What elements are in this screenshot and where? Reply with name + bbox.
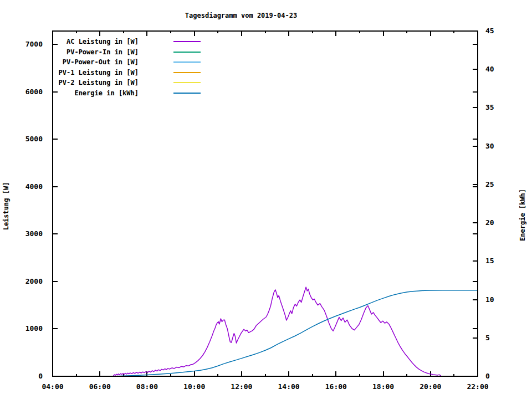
y-right-tick-label: 20 [485, 218, 494, 227]
y-right-tick-label: 30 [485, 142, 494, 150]
y-right-tick-label: 40 [485, 65, 494, 73]
series-line-ac-leistung-in-w [114, 287, 441, 376]
x-tick-label: 20:00 [420, 382, 441, 391]
x-tick-label: 10:00 [183, 382, 205, 391]
legend-label: PV-2 Leistung in [W] [59, 79, 139, 86]
x-tick-label: 14:00 [278, 382, 300, 391]
y-left-axis-label: Leistung [W] [2, 182, 10, 231]
x-tick-label: 06:00 [89, 382, 111, 391]
y-right-tick-label: 0 [485, 372, 490, 380]
y-right-tick-label: 10 [485, 295, 494, 304]
chart-title: Tagesdiagramm vom 2019-04-23 [185, 12, 297, 19]
series-line-energie-in-kwh [114, 290, 478, 376]
y-left-tick-label: 0 [38, 372, 43, 380]
y-left-tick-label: 1000 [25, 324, 43, 332]
legend-label: PV-1 Leistung in [W] [59, 69, 139, 76]
y-left-tick-label: 6000 [25, 88, 43, 96]
y-left-tick-label: 5000 [25, 135, 43, 143]
y-right-tick-label: 35 [485, 103, 494, 111]
x-tick-label: 22:00 [467, 382, 488, 391]
legend-item: PV-1 Leistung in [W] [59, 69, 201, 76]
legend-item: PV-Power-Out in [W] [63, 58, 201, 66]
y-left-tick-label: 3000 [25, 229, 43, 238]
x-tick-label: 04:00 [42, 382, 63, 391]
x-tick-label: 12:00 [231, 382, 252, 391]
legend-label: Energie in [kWh] [74, 89, 139, 97]
y-right-tick-label: 25 [485, 180, 494, 188]
y-left-tick-label: 4000 [25, 182, 43, 191]
y-right-tick-label: 15 [485, 257, 494, 265]
data-curves [114, 287, 478, 376]
y-left-tick-label: 7000 [25, 40, 43, 48]
tagesdiagramm-chart: Tagesdiagramm vom 2019-04-23 Leistung [W… [0, 0, 532, 399]
legend-item: AC Leistung in [W] [66, 38, 201, 45]
legend-item: PV-2 Leistung in [W] [59, 79, 201, 86]
y-right-tick-label: 5 [485, 334, 490, 342]
y-left-tick-label: 2000 [25, 277, 43, 285]
legend-item: PV-Power-In in [W] [66, 48, 201, 56]
legend-item: Energie in [kWh] [74, 89, 201, 97]
legend-label: PV-Power-Out in [W] [63, 58, 139, 66]
chart-canvas: Tagesdiagramm vom 2019-04-23 Leistung [W… [0, 0, 532, 399]
legend-label: AC Leistung in [W] [66, 38, 139, 45]
x-tick-label: 16:00 [325, 382, 347, 391]
y-right-tick-label: 45 [485, 27, 494, 35]
chart-legend: AC Leistung in [W] PV-Power-In in [W] PV… [59, 38, 201, 97]
x-tick-label: 08:00 [136, 382, 158, 391]
x-tick-label: 18:00 [372, 382, 394, 391]
y-right-axis-label: Energie [kWh] [519, 189, 526, 241]
legend-label: PV-Power-In in [W] [66, 48, 139, 56]
